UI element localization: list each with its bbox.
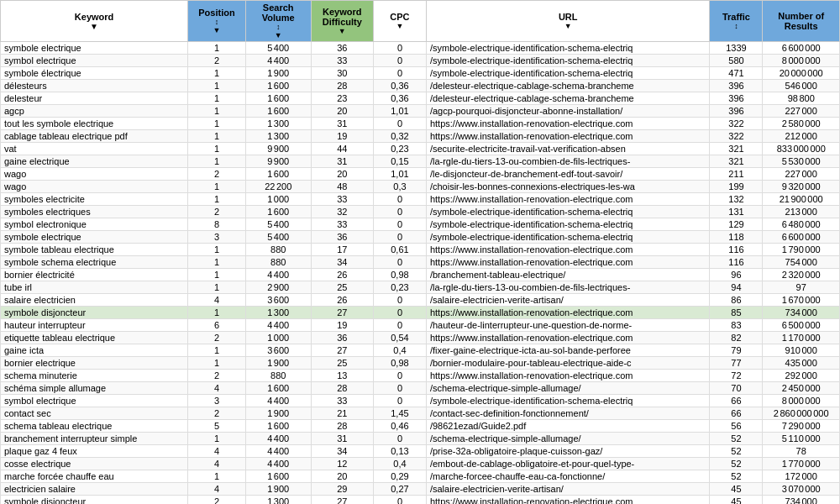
cell-cpc: 0 — [373, 370, 426, 382]
cell-keyword: salaire electricien — [1, 294, 188, 307]
cell-cpc: 0 — [373, 319, 426, 332]
cell-position: 6 — [188, 319, 246, 332]
col-header-cpc[interactable]: CPC ▼ — [373, 1, 426, 42]
table-row: bornier electrique11 900250,98/bornier-m… — [1, 357, 840, 370]
col-label-position: Position — [198, 8, 234, 18]
col-header-kd[interactable]: Keyword Difficulty ▼ — [311, 1, 373, 42]
table-row: delesteur11 600230,36/delesteur-electriq… — [1, 92, 840, 105]
table-row: electricien salaire41 900290,27/salaire-… — [1, 483, 840, 496]
cell-search-volume: 1 000 — [245, 193, 311, 206]
col-header-search-volume[interactable]: Search Volume ↕ ▼ — [245, 1, 311, 42]
table-row: wago21 600201,01/le-disjoncteur-de-branc… — [1, 168, 840, 181]
cell-traffic: 396 — [710, 105, 763, 118]
filter-icon-position[interactable]: ▼ — [213, 26, 221, 34]
cell-search-volume: 1 600 — [245, 420, 311, 433]
cell-search-volume: 1 600 — [245, 105, 311, 118]
cell-cpc: 0 — [373, 382, 426, 395]
cell-cpc: 0 — [373, 395, 426, 407]
cell-position: 1 — [188, 433, 246, 445]
cell-kd: 27 — [311, 307, 373, 319]
cell-kd: 31 — [311, 118, 373, 130]
cell-position: 1 — [188, 118, 246, 130]
sort-icon-search-volume[interactable]: ↕ — [276, 23, 281, 31]
cell-search-volume: 4 400 — [245, 55, 311, 67]
col-label-keyword: Keyword — [75, 12, 113, 22]
cell-cpc: 0,36 — [373, 80, 426, 92]
cell-results: 3 070 000 — [763, 483, 840, 496]
filter-icon-cpc[interactable]: ▼ — [396, 22, 403, 30]
cell-traffic: 116 — [710, 244, 763, 256]
col-label-kd: Keyword Difficulty — [315, 7, 370, 27]
cell-cpc: 1,45 — [373, 407, 426, 420]
cell-traffic: 396 — [710, 92, 763, 105]
cell-url: /hauteur-de-linterrupteur-une-question-d… — [426, 319, 710, 332]
cell-position: 1 — [188, 181, 246, 193]
cell-cpc: 0 — [373, 42, 426, 55]
table-row: contact sec21 900211,45/contact-sec-defi… — [1, 407, 840, 420]
cell-search-volume: 4 400 — [245, 319, 311, 332]
cell-traffic: 321 — [710, 143, 763, 155]
cell-cpc: 0,23 — [373, 281, 426, 294]
col-header-url[interactable]: URL ▼ — [426, 1, 710, 42]
cell-url: https://www.installation-renovation-elec… — [426, 332, 710, 344]
col-header-results[interactable]: Number of Results — [763, 1, 840, 42]
cell-search-volume: 5 400 — [245, 231, 311, 244]
cell-cpc: 0,29 — [373, 470, 426, 483]
cell-url: /schema-electrique-simple-allumage/ — [426, 382, 710, 395]
col-header-traffic[interactable]: Traffic ↕ — [710, 1, 763, 42]
col-label-cpc: CPC — [390, 12, 409, 22]
cell-keyword: gaine icta — [1, 344, 188, 357]
filter-icon-keyword[interactable]: ▼ — [90, 22, 98, 31]
table-row: schema minuterie2880130https://www.insta… — [1, 370, 840, 382]
cell-results: 212 000 — [763, 130, 840, 143]
cell-cpc: 0,13 — [373, 445, 426, 458]
cell-position: 1 — [188, 193, 246, 206]
cell-cpc: 0,15 — [373, 155, 426, 168]
cell-position: 2 — [188, 332, 246, 344]
filter-icon-search-volume[interactable]: ▼ — [275, 31, 282, 39]
sort-icon-position[interactable]: ↕ — [215, 18, 219, 26]
cell-url: /symbole-electrique-identification-schem… — [426, 42, 710, 55]
cell-keyword: wago — [1, 181, 188, 193]
cell-keyword: bornier electrique — [1, 357, 188, 370]
cell-url: /la-rgle-du-tiers-13-ou-combien-de-fils-… — [426, 281, 710, 294]
cell-position: 1 — [188, 256, 246, 269]
cell-position: 2 — [188, 55, 246, 67]
cell-traffic: 132 — [710, 193, 763, 206]
cell-traffic: 94 — [710, 281, 763, 294]
cell-results: 6 500 000 — [763, 319, 840, 332]
cell-kd: 36 — [311, 42, 373, 55]
cell-search-volume: 1 600 — [245, 382, 311, 395]
cell-url: /symbole-electrique-identification-schem… — [426, 231, 710, 244]
cell-results: 6 480 000 — [763, 218, 840, 231]
filter-icon-kd[interactable]: ▼ — [339, 27, 346, 35]
col-header-keyword[interactable]: Keyword ▼ — [1, 1, 188, 42]
cell-url: /symbole-electrique-identification-schem… — [426, 395, 710, 407]
main-table-container[interactable]: Keyword ▼ Position ↕ ▼ — [0, 0, 840, 504]
cell-kd: 32 — [311, 206, 373, 218]
sort-icon-traffic[interactable]: ↕ — [734, 22, 738, 30]
cell-kd: 33 — [311, 395, 373, 407]
cell-position: 2 — [188, 407, 246, 420]
cell-results: 8 000 000 — [763, 55, 840, 67]
cell-results: 1 770 000 — [763, 458, 840, 470]
col-header-position[interactable]: Position ↕ ▼ — [188, 1, 246, 42]
table-row: cosse electrique44 400120,4/embout-de-ca… — [1, 458, 840, 470]
cell-kd: 19 — [311, 319, 373, 332]
table-row: symbol electrique24 400330/symbole-elect… — [1, 55, 840, 67]
table-body: symbole electrique15 400360/symbole-elec… — [1, 42, 840, 505]
cell-kd: 31 — [311, 155, 373, 168]
cell-results: 2 860 000 000 — [763, 407, 840, 420]
cell-url: /delesteur-electrique-cablage-schema-bra… — [426, 80, 710, 92]
cell-position: 1 — [188, 42, 246, 55]
table-row: gaine icta13 600270,4/fixer-gaine-electr… — [1, 344, 840, 357]
cell-position: 3 — [188, 231, 246, 244]
cell-kd: 23 — [311, 92, 373, 105]
cell-cpc: 0,23 — [373, 143, 426, 155]
cell-cpc: 0,98 — [373, 269, 426, 281]
cell-keyword: electricien salaire — [1, 483, 188, 496]
cell-position: 4 — [188, 458, 246, 470]
filter-icon-url[interactable]: ▼ — [564, 22, 572, 30]
cell-position: 1 — [188, 244, 246, 256]
cell-traffic: 96 — [710, 269, 763, 281]
